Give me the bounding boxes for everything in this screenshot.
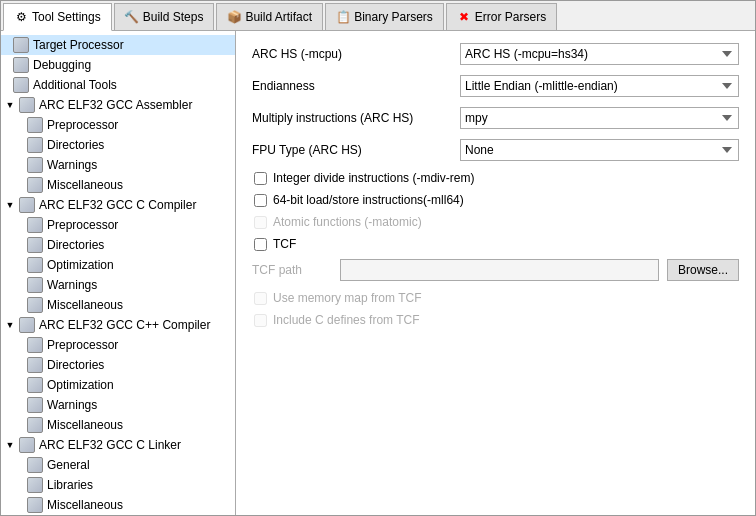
arc-hs-mcpu-label: ARC HS (-mcpu) [252,47,452,61]
tree-item-c-compiler-warnings[interactable]: Warnings [1,275,235,295]
tab-build-artifact[interactable]: 📦 Build Artifact [216,3,323,30]
tree-item-c-compiler-directories[interactable]: Directories [1,235,235,255]
fpu-select[interactable]: None fpus fpud fpuda [460,139,739,161]
tree-item-assembler-miscellaneous[interactable]: Miscellaneous [1,175,235,195]
tree-item-assembler-warnings[interactable]: Warnings [1,155,235,175]
tool-icon [13,57,29,73]
settings-panel: ARC HS (-mcpu) ARC HS (-mcpu=hs34) ARC H… [236,31,755,515]
tree-item-additional-tools[interactable]: Additional Tools [1,75,235,95]
tool-icon [27,377,43,393]
c-defines-row: Include C defines from TCF [252,313,739,327]
tool-icon [27,357,43,373]
integer-divide-checkbox[interactable] [254,172,267,185]
folder-icon [19,197,35,213]
arc-hs-mcpu-row: ARC HS (-mcpu) ARC HS (-mcpu=hs34) ARC H… [252,43,739,65]
endianness-control: Little Endian (-mlittle-endian) Big Endi… [460,75,739,97]
tree-item-cpp-compiler-preprocessor[interactable]: Preprocessor [1,335,235,355]
tool-icon [27,137,43,153]
collapse-arrow-icon[interactable]: ▼ [5,320,15,330]
tcf-row: TCF [252,237,739,251]
tool-icon [27,117,43,133]
64bit-label: 64-bit load/store instructions(-mll64) [273,193,464,207]
folder-icon [19,437,35,453]
tool-icon [13,77,29,93]
64bit-checkbox[interactable] [254,194,267,207]
tab-tool-settings[interactable]: ⚙ Tool Settings [3,3,112,31]
memory-map-checkbox[interactable] [254,292,267,305]
tree-item-cpp-compiler-warnings[interactable]: Warnings [1,395,235,415]
tool-icon [27,417,43,433]
tree-item-target-processor[interactable]: Target Processor [1,35,235,55]
fpu-control: None fpus fpud fpuda [460,139,739,161]
gear-icon: ⚙ [14,10,28,24]
tool-icon [27,257,43,273]
multiply-control: mpy mpyd none [460,107,739,129]
endianness-row: Endianness Little Endian (-mlittle-endia… [252,75,739,97]
tab-build-steps[interactable]: 🔨 Build Steps [114,3,215,30]
folder-icon [19,97,35,113]
tcf-path-row: TCF path Browse... [252,259,739,281]
tree-item-assembler-preprocessor[interactable]: Preprocessor [1,115,235,135]
folder-icon [19,317,35,333]
tree-item-c-compiler-optimization[interactable]: Optimization [1,255,235,275]
tree-item-c-linker-libraries[interactable]: Libraries [1,475,235,495]
fpu-row: FPU Type (ARC HS) None fpus fpud fpuda [252,139,739,161]
tree-item-debugging[interactable]: Debugging [1,55,235,75]
tool-icon [27,397,43,413]
arc-hs-mcpu-select[interactable]: ARC HS (-mcpu=hs34) ARC HS (-mcpu=hs38) … [460,43,739,65]
endianness-select[interactable]: Little Endian (-mlittle-endian) Big Endi… [460,75,739,97]
tree-item-arc-cpp-compiler[interactable]: ▼ ARC ELF32 GCC C++ Compiler [1,315,235,335]
content-area: Target Processor Debugging Additional To… [1,31,755,515]
tool-icon [27,277,43,293]
error-icon: ✖ [457,10,471,24]
tool-icon [27,457,43,473]
tab-error-parsers[interactable]: ✖ Error Parsers [446,3,557,30]
tree-item-c-compiler-preprocessor[interactable]: Preprocessor [1,215,235,235]
tool-icon [27,157,43,173]
tree-item-arc-c-linker[interactable]: ▼ ARC ELF32 GCC C Linker [1,435,235,455]
artifact-icon: 📦 [227,10,241,24]
tree-item-c-compiler-miscellaneous[interactable]: Miscellaneous [1,295,235,315]
atomic-row: Atomic functions (-matomic) [252,215,739,229]
tree-item-c-linker-general[interactable]: General [1,455,235,475]
memory-map-label: Use memory map from TCF [273,291,421,305]
integer-divide-row: Integer divide instructions (-mdiv-rem) [252,171,739,185]
memory-map-row: Use memory map from TCF [252,291,739,305]
parser-icon: 📋 [336,10,350,24]
tool-icon [27,297,43,313]
tcf-label: TCF [273,237,296,251]
tree-item-cpp-compiler-miscellaneous[interactable]: Miscellaneous [1,415,235,435]
c-defines-checkbox[interactable] [254,314,267,327]
multiply-row: Multiply instructions (ARC HS) mpy mpyd … [252,107,739,129]
tcf-checkbox[interactable] [254,238,267,251]
tool-icon [27,497,43,513]
tab-binary-parsers[interactable]: 📋 Binary Parsers [325,3,444,30]
tool-icon [27,337,43,353]
multiply-label: Multiply instructions (ARC HS) [252,111,452,125]
endianness-label: Endianness [252,79,452,93]
tree-item-arc-c-compiler[interactable]: ▼ ARC ELF32 GCC C Compiler [1,195,235,215]
tool-icon [27,177,43,193]
tree-item-cpp-compiler-optimization[interactable]: Optimization [1,375,235,395]
multiply-select[interactable]: mpy mpyd none [460,107,739,129]
tool-icon [27,217,43,233]
tab-bar: ⚙ Tool Settings 🔨 Build Steps 📦 Build Ar… [1,1,755,31]
collapse-arrow-icon[interactable]: ▼ [5,200,15,210]
tree-item-arc-assembler[interactable]: ▼ ARC ELF32 GCC Assembler [1,95,235,115]
atomic-checkbox[interactable] [254,216,267,229]
collapse-arrow-icon[interactable]: ▼ [5,440,15,450]
tcf-path-input[interactable] [340,259,659,281]
tree-item-c-linker-miscellaneous[interactable]: Miscellaneous [1,495,235,515]
tool-icon [13,37,29,53]
tree-item-cpp-compiler-directories[interactable]: Directories [1,355,235,375]
collapse-arrow-icon[interactable]: ▼ [5,100,15,110]
tcf-path-label: TCF path [252,263,332,277]
64bit-row: 64-bit load/store instructions(-mll64) [252,193,739,207]
integer-divide-label: Integer divide instructions (-mdiv-rem) [273,171,474,185]
browse-button[interactable]: Browse... [667,259,739,281]
tool-icon [27,477,43,493]
tree-item-assembler-directories[interactable]: Directories [1,135,235,155]
main-window: ⚙ Tool Settings 🔨 Build Steps 📦 Build Ar… [0,0,756,516]
tree-panel: Target Processor Debugging Additional To… [1,31,236,515]
steps-icon: 🔨 [125,10,139,24]
